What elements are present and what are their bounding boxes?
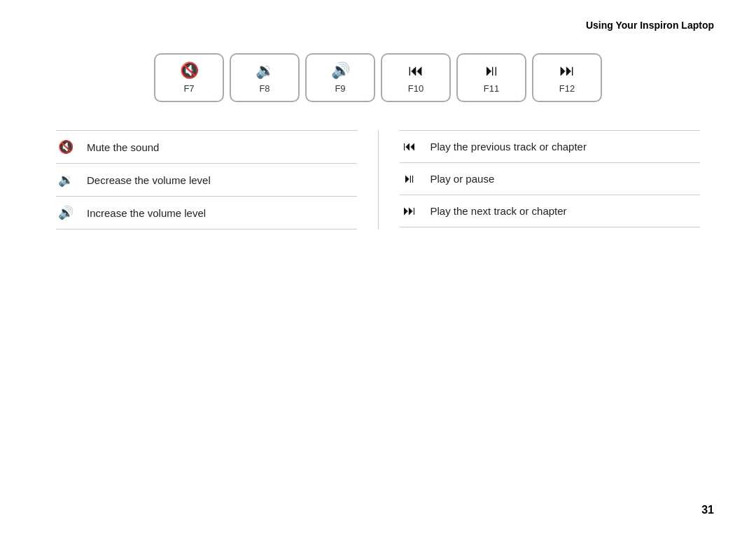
play-pause-icon: ⏯ (400, 171, 419, 186)
prev-text: Play the previous track or chapter (430, 141, 587, 153)
key-f9: 🔊 F9 (305, 53, 375, 102)
f11-label: F11 (484, 83, 499, 94)
legend-row-next: ⏭ Play the next track or chapter (400, 195, 701, 227)
f9-icon: 🔊 (331, 62, 350, 80)
f11-icon: ⏯ (484, 62, 499, 80)
legend-section: 🔇 Mute the sound 🔉 Decrease the volume l… (56, 130, 700, 230)
vol-down-text: Decrease the volume level (87, 174, 211, 186)
key-f8: 🔉 F8 (230, 53, 300, 102)
key-f11: ⏯ F11 (456, 53, 526, 102)
key-f12: ⏭ F12 (532, 53, 602, 102)
key-f10: ⏮ F10 (381, 53, 451, 102)
legend-table: 🔇 Mute the sound 🔉 Decrease the volume l… (56, 130, 700, 230)
f10-icon: ⏮ (408, 62, 424, 80)
play-pause-text: Play or pause (430, 173, 495, 185)
legend-row-prev: ⏮ Play the previous track or chapter (400, 130, 701, 163)
prev-icon: ⏮ (400, 139, 419, 154)
f12-label: F12 (559, 83, 575, 94)
next-text: Play the next track or chapter (430, 205, 567, 217)
f7-label: F7 (183, 83, 194, 94)
f8-label: F8 (259, 83, 270, 94)
legend-row-play-pause: ⏯ Play or pause (400, 163, 701, 195)
key-f7: 🔇 F7 (154, 53, 224, 102)
f7-icon: 🔇 (180, 62, 199, 80)
legend-row-vol-down: 🔉 Decrease the volume level (56, 164, 357, 197)
legend-left-col: 🔇 Mute the sound 🔉 Decrease the volume l… (56, 130, 379, 230)
vol-up-icon: 🔊 (56, 205, 76, 220)
mute-icon: 🔇 (56, 139, 76, 155)
legend-row-mute: 🔇 Mute the sound (56, 130, 357, 164)
legend-right-col: ⏮ Play the previous track or chapter ⏯ P… (379, 130, 701, 230)
f12-icon: ⏭ (559, 62, 575, 80)
legend-row-vol-up: 🔊 Increase the volume level (56, 197, 357, 230)
keys-section: 🔇 F7 🔉 F8 🔊 F9 ⏮ F10 ⏯ F11 ⏭ F12 (0, 53, 756, 102)
vol-down-icon: 🔉 (56, 172, 76, 188)
next-icon: ⏭ (400, 204, 419, 218)
f9-label: F9 (335, 83, 345, 94)
page-number: 31 (701, 504, 714, 516)
page-header: Using Your Inspiron Laptop (0, 0, 756, 31)
mute-text: Mute the sound (87, 141, 159, 153)
f8-icon: 🔉 (255, 62, 274, 80)
vol-up-text: Increase the volume level (87, 207, 206, 219)
f10-label: F10 (408, 83, 424, 94)
page-title: Using Your Inspiron Laptop (586, 20, 714, 31)
